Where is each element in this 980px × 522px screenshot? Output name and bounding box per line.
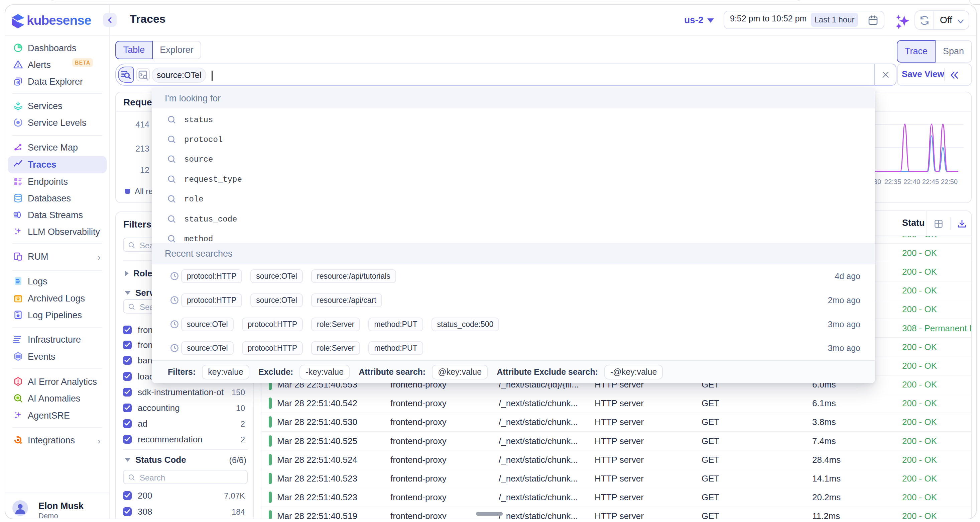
svg-text:K8: K8: [16, 354, 21, 358]
